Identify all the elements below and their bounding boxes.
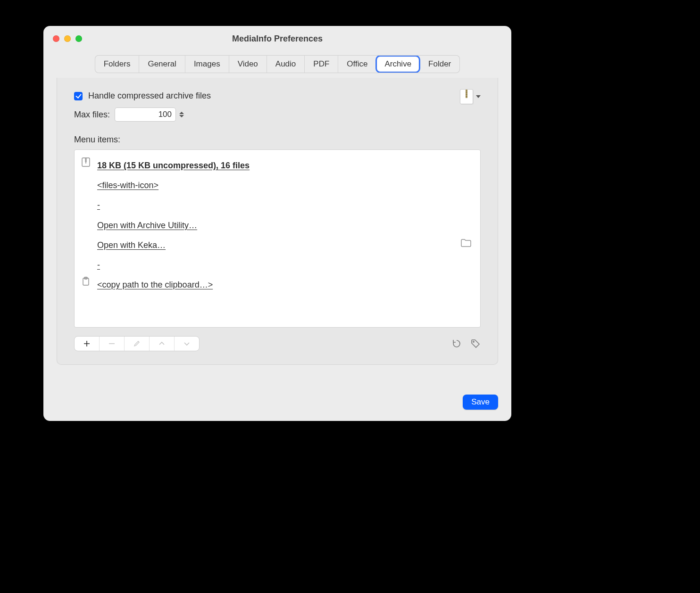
edit-item-button[interactable]: [124, 337, 149, 351]
minimize-window-button[interactable]: [64, 35, 71, 42]
list-item-label: Open with Keka…: [97, 237, 166, 253]
tab-office[interactable]: Office: [338, 56, 376, 73]
remove-item-button[interactable]: [99, 337, 124, 351]
menu-items-label: Menu items:: [74, 135, 481, 145]
tab-pdf[interactable]: PDF: [304, 56, 338, 73]
svg-point-3: [473, 341, 474, 342]
window-title: MediaInfo Preferences: [43, 34, 511, 44]
list-item[interactable]: Open with Archive Utility…: [80, 215, 474, 235]
list-item[interactable]: Open with Keka…: [80, 235, 474, 255]
folder-icon: [460, 238, 472, 247]
list-item[interactable]: <copy path to the clipboard…>: [80, 275, 474, 295]
handle-archives-checkbox[interactable]: [74, 92, 83, 100]
tab-folder[interactable]: Folder: [420, 56, 459, 73]
titlebar: MediaInfo Preferences: [43, 26, 511, 51]
tabs: Folders General Images Video Audio PDF O…: [95, 55, 460, 73]
max-files-label: Max files:: [74, 110, 110, 120]
list-item-label: -: [97, 257, 100, 273]
tab-audio[interactable]: Audio: [267, 56, 304, 73]
list-item[interactable]: <files-with-icon>: [80, 175, 474, 195]
move-up-button[interactable]: [149, 337, 174, 351]
maximize-window-button[interactable]: [75, 35, 82, 42]
list-item[interactable]: 18 KB (15 KB uncompressed), 16 files: [80, 156, 474, 175]
move-down-button[interactable]: [174, 337, 199, 351]
panel-icon-popup[interactable]: [460, 89, 481, 104]
archive-panel: Handle compressed archive files Max file…: [57, 78, 498, 365]
list-item-label: <files-with-icon>: [97, 177, 158, 193]
tag-button[interactable]: [470, 338, 481, 349]
clipboard-icon: [82, 277, 90, 286]
tab-general[interactable]: General: [139, 56, 184, 73]
close-window-button[interactable]: [53, 35, 59, 42]
list-item[interactable]: -: [80, 195, 474, 215]
preferences-window: MediaInfo Preferences Folders General Im…: [43, 26, 511, 421]
zip-icon: [82, 157, 90, 167]
handle-archives-label: Handle compressed archive files: [88, 91, 211, 101]
menu-items-list[interactable]: 18 KB (15 KB uncompressed), 16 files <fi…: [74, 149, 481, 328]
list-edit-toolbar: [74, 336, 200, 351]
chevron-down-icon: [476, 95, 481, 98]
add-item-button[interactable]: [75, 337, 99, 351]
window-controls: [53, 35, 82, 42]
list-item-label: 18 KB (15 KB uncompressed), 16 files: [97, 157, 250, 173]
list-item-label: Open with Archive Utility…: [97, 217, 197, 233]
save-button[interactable]: Save: [463, 395, 498, 410]
list-item-label: <copy path to the clipboard…>: [97, 277, 213, 293]
tab-video[interactable]: Video: [229, 56, 267, 73]
zip-icon: [460, 89, 473, 104]
tab-archive[interactable]: Archive: [377, 57, 419, 72]
stepper-up-button[interactable]: [179, 112, 184, 114]
list-item-label: -: [97, 197, 100, 213]
max-files-input[interactable]: [115, 107, 176, 122]
max-files-stepper: [115, 107, 185, 122]
list-item[interactable]: -: [80, 255, 474, 275]
tab-images[interactable]: Images: [185, 56, 229, 73]
tab-folders[interactable]: Folders: [95, 56, 139, 73]
reset-button[interactable]: [451, 338, 462, 349]
stepper-down-button[interactable]: [179, 115, 184, 117]
